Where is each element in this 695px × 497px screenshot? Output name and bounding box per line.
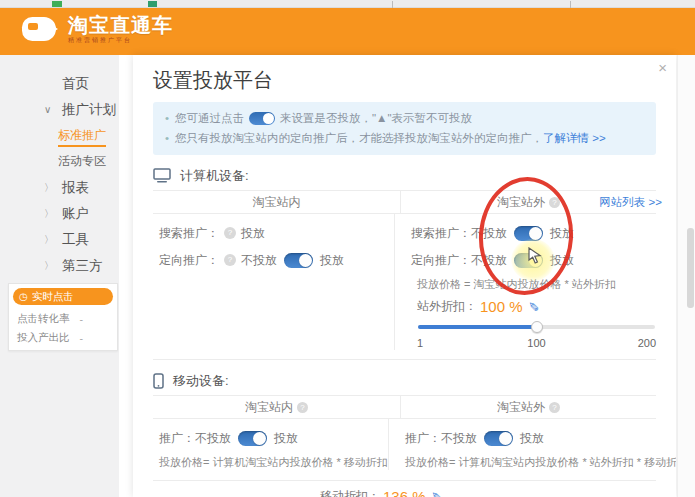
mobile-onsite-column: 推广： 不投放 投放 投放价格= 计算机淘宝站内投放价格 * 移动折扣 [153, 419, 388, 470]
section-title-label: 移动设备: [173, 372, 229, 390]
search-promo-row-onsite: 搜索推广： ? 投放 [159, 225, 394, 241]
slider-fill [418, 325, 537, 329]
chevron-down-icon: ∨ [44, 103, 51, 116]
tick-max: 200 [638, 337, 656, 349]
on-label: 投放 [550, 225, 574, 242]
column-header-label: 淘宝站内 [245, 400, 293, 414]
sidebar-item-standard-promo[interactable]: 标准推广 [0, 129, 119, 142]
sidebar-item-home[interactable]: 首页 [0, 77, 119, 90]
sidebar-item-label: 推广计划 [62, 102, 116, 117]
logo[interactable]: 淘宝直通车 精准营销推广平台 [22, 14, 173, 44]
realtime-clicks-badge[interactable]: ◷ 实时点击 [13, 288, 113, 305]
set-platform-modal: × 设置投放平台 您可通过点击 来设置是否投放，"▲"表示暂不可投放 您只有投放… [133, 55, 676, 497]
stat-label: 投入产出比 [17, 331, 70, 345]
app-screen: 淘宝直通车 精准营销推广平台 首页 ∨ 推广计划 标准推广 活动专区 〉 [0, 0, 695, 497]
column-header-offsite: 淘宝站外? [400, 396, 656, 418]
search-promo-row-offsite: 搜索推广： 不投放 投放 [411, 225, 656, 241]
close-icon[interactable]: × [658, 60, 667, 75]
logo-title: 淘宝直通车 [68, 14, 173, 36]
search-offsite-toggle[interactable] [514, 226, 543, 241]
sidebar-item-label: 工具 [62, 232, 89, 247]
notice-line-1: 您可通过点击 来设置是否投放，"▲"表示暂不可投放 [165, 108, 644, 128]
sidebar-item-third-party[interactable]: 〉 第三方 [0, 259, 119, 272]
page-title: 设置投放平台 [153, 68, 656, 92]
info-icon[interactable]: ? [549, 402, 560, 413]
field-label: 搜索推广： [411, 225, 471, 242]
slider-handle[interactable] [531, 321, 543, 333]
notice-line-2: 您只有投放淘宝站内的定向推广后，才能选择投放淘宝站外的定向推广， 了解详情 >> [165, 128, 644, 148]
tick-min: 1 [417, 337, 423, 349]
clock-icon: ◷ [19, 292, 28, 302]
column-header-label: 淘宝站外 [497, 195, 545, 209]
scrollbar-thumb[interactable] [687, 228, 694, 308]
chevron-right-icon: 〉 [44, 259, 54, 272]
off-label: 不投放 [241, 252, 277, 269]
field-label: 定向推广： [411, 252, 471, 269]
computer-section-title: 计算机设备: [153, 167, 656, 185]
mobile-onsite-toggle[interactable] [238, 431, 267, 446]
computer-devices-section: 计算机设备: 淘宝站内 淘宝站外? 网站列表 >> 搜索推广： ? 投放 定 [153, 167, 656, 360]
notice-text: 您只有投放淘宝站内的定向推广后，才能选择投放淘宝站外的定向推广， [175, 128, 543, 148]
logo-tagline: 精准营销推广平台 [68, 36, 173, 44]
column-header-onsite: 淘宝站内? [153, 396, 400, 418]
info-icon[interactable]: ? [224, 254, 236, 266]
browser-toolbar-sliver [0, 0, 695, 8]
info-icon[interactable]: ? [297, 402, 308, 413]
on-label: 投放 [320, 252, 344, 269]
mobile-offsite-column: 推广： 不投放 投放 投放价格= 计算机淘宝站内投放价格 * 站外折扣 * 移动… [388, 419, 676, 470]
app-header: 淘宝直通车 精准营销推广平台 [0, 8, 695, 55]
stat-label: 点击转化率 [17, 312, 70, 326]
info-icon[interactable]: ? [224, 227, 236, 239]
discount-label: 移动折扣： [320, 488, 380, 497]
offsite-price-formula: 投放价格 = 淘宝站内投放价格 * 站外折扣 [417, 277, 656, 292]
sidebar: 首页 ∨ 推广计划 标准推广 活动专区 〉 报表 〉 账户 [0, 55, 119, 497]
mobile-promo-row-offsite: 推广： 不投放 投放 [405, 430, 676, 446]
edit-icon[interactable]: ✎ [429, 491, 444, 497]
stat-value: - [80, 313, 84, 325]
deliver-value: 投放 [241, 225, 265, 242]
sidebar-item-account[interactable]: 〉 账户 [0, 207, 119, 220]
section-title-label: 计算机设备: [180, 167, 249, 185]
sidebar-item-label: 账户 [62, 206, 89, 221]
train-logo-icon [22, 14, 60, 44]
browser-tab-divider [392, 1, 393, 8]
field-label: 搜索推广： [159, 225, 219, 242]
targeted-offsite-toggle[interactable] [514, 253, 543, 268]
tick-mid: 100 [527, 337, 545, 349]
mobile-discount-row: 移动折扣： 136 % ✎ [320, 487, 656, 497]
on-label: 投放 [550, 252, 574, 269]
toggle-example-icon [249, 112, 275, 125]
column-header-onsite: 淘宝站内 [153, 191, 400, 213]
discount-label: 站外折扣： [417, 298, 477, 315]
browser-extension-icon [52, 1, 62, 7]
stat-row-conversion-rate[interactable]: 点击转化率 - [9, 309, 117, 328]
targeted-promo-row-onsite: 定向推广： ? 不投放 投放 [159, 252, 394, 268]
sidebar-item-tools[interactable]: 〉 工具 [0, 233, 119, 246]
monitor-icon [153, 168, 171, 184]
info-icon[interactable]: ? [549, 197, 560, 208]
offsite-discount-row: 站外折扣： 100 % ✎ [417, 297, 656, 315]
realtime-clicks-label: 实时点击 [32, 290, 74, 304]
notice-box: 您可通过点击 来设置是否投放，"▲"表示暂不可投放 您只有投放淘宝站内的定向推广… [153, 102, 656, 155]
on-label: 投放 [274, 430, 298, 447]
learn-more-link[interactable]: 了解详情 >> [543, 128, 606, 148]
offsite-discount-slider[interactable] [418, 321, 655, 333]
field-label: 推广： [159, 430, 195, 447]
mobile-offsite-formula: 投放价格= 计算机淘宝站内投放价格 * 站外折扣 * 移动折扣 [405, 455, 676, 470]
offsite-discount-value: 100 % [480, 298, 523, 315]
mobile-columns: 推广： 不投放 投放 投放价格= 计算机淘宝站内投放价格 * 移动折扣 推广： … [153, 419, 656, 481]
browser-extension-icon [148, 1, 157, 7]
sidebar-item-label: 标准推广 [58, 128, 106, 142]
chevron-right-icon: 〉 [44, 207, 54, 220]
mobile-section-title: 移动设备: [153, 372, 656, 390]
computer-columns: 搜索推广： ? 投放 定向推广： ? 不投放 投放 搜索推广： [153, 214, 656, 350]
targeted-onsite-toggle[interactable] [284, 253, 313, 268]
sidebar-item-promo-plan[interactable]: ∨ 推广计划 [0, 103, 119, 116]
site-list-link[interactable]: 网站列表 >> [599, 191, 662, 214]
realtime-stats-widget: ◷ 实时点击 点击转化率 - 投入产出比 - [8, 283, 118, 351]
stat-row-roi[interactable]: 投入产出比 - [9, 328, 117, 347]
edit-icon[interactable]: ✎ [526, 301, 541, 312]
sidebar-item-activity-zone[interactable]: 活动专区 [0, 155, 119, 168]
sidebar-item-reports[interactable]: 〉 报表 [0, 181, 119, 194]
mobile-offsite-toggle[interactable] [484, 431, 513, 446]
